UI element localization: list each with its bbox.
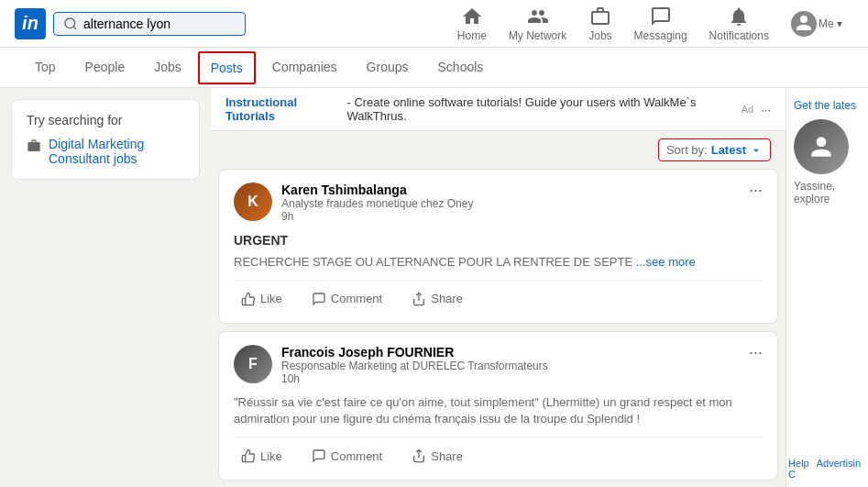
post-time: 10h: [281, 372, 749, 385]
posts-list: K Karen Tshimbalanga Analyste fraudes mo…: [211, 169, 786, 481]
tab-people[interactable]: People: [72, 50, 138, 85]
advertising-link[interactable]: Advertisin: [817, 458, 861, 480]
suggestion-item[interactable]: Digital Marketing Consultant jobs: [27, 137, 184, 166]
post-more-button[interactable]: ···: [749, 181, 763, 200]
sort-label: Sort by:: [666, 143, 708, 157]
see-more-link[interactable]: ...see more: [636, 255, 696, 269]
bell-icon: [728, 6, 750, 28]
nav-home[interactable]: Home: [446, 0, 498, 48]
home-icon: [461, 6, 483, 28]
right-avatar: [794, 119, 849, 174]
nav-me-label: Me ▾: [819, 17, 842, 30]
nav-me[interactable]: Me ▾: [780, 0, 853, 48]
post-actions: Like Comment Share: [234, 280, 763, 310]
bottom-links: About Help C Advertisin: [786, 458, 861, 480]
post-card: F Francois Joseph FOURNIER Responsable M…: [218, 331, 778, 481]
ad-link[interactable]: Instructional Tutorials: [225, 95, 343, 123]
user-icon: [807, 132, 836, 161]
post-body: "Réussir sa vie c'est faire ce qu'on aim…: [234, 394, 763, 427]
svg-point-0: [65, 18, 75, 28]
nav-notifications-label: Notifications: [709, 29, 769, 42]
post-text: RECHERCHE STAGE OU ALTERNANCE POUR LA RE…: [234, 255, 632, 269]
network-icon: [527, 6, 549, 28]
tab-top[interactable]: Top: [22, 50, 69, 85]
avatar-initials: F: [248, 356, 258, 372]
like-button[interactable]: Like: [234, 288, 290, 310]
user-icon: [793, 12, 815, 34]
ad-label: Ad: [742, 104, 753, 115]
post-meta: Francois Joseph FOURNIER Responsable Mar…: [281, 345, 749, 385]
svg-line-1: [73, 27, 76, 29]
post-author-name: Karen Tshimbalanga: [281, 183, 749, 197]
post-body: URGENT RECHERCHE STAGE OU ALTERNANCE POU…: [234, 232, 763, 271]
chevron-down-icon: [750, 144, 763, 157]
search-input[interactable]: [83, 17, 236, 31]
search-bar[interactable]: [53, 12, 246, 36]
post-more-button[interactable]: ···: [749, 343, 763, 362]
logo-text: in: [22, 13, 38, 34]
right-user-name: Yassine, explore: [794, 180, 861, 205]
post-time: 9h: [281, 210, 749, 223]
comment-icon: [312, 292, 326, 306]
share-button[interactable]: Share: [404, 445, 470, 467]
nav-network[interactable]: My Network: [498, 0, 577, 48]
tab-schools[interactable]: Schools: [425, 50, 497, 85]
comment-label: Comment: [331, 292, 382, 305]
nav-items: Home My Network Jobs Messaging Notificat…: [446, 0, 853, 48]
svg-point-5: [817, 137, 827, 147]
sort-bar: Sort by: Latest: [211, 131, 786, 169]
share-label: Share: [431, 292, 463, 305]
svg-point-2: [800, 16, 808, 23]
like-icon: [241, 448, 256, 463]
tab-posts[interactable]: Posts: [198, 51, 256, 84]
comment-button[interactable]: Comment: [304, 288, 390, 310]
suggestions-title: Try searching for: [27, 113, 184, 127]
post-meta: Karen Tshimbalanga Analyste fraudes mone…: [281, 183, 749, 223]
comment-button[interactable]: Comment: [304, 445, 390, 467]
share-button[interactable]: Share: [404, 288, 470, 310]
right-panel: Get the lates Yassine, explore About Hel…: [786, 88, 868, 487]
main-layout: Try searching for Digital Marketing Cons…: [0, 88, 868, 487]
nav-jobs-label: Jobs: [588, 29, 611, 42]
like-button[interactable]: Like: [234, 445, 290, 467]
tab-jobs[interactable]: Jobs: [141, 50, 194, 85]
like-label: Like: [260, 292, 282, 305]
sort-value: Latest: [711, 143, 746, 157]
post-actions: Like Comment Share: [234, 437, 763, 467]
share-label: Share: [431, 449, 463, 463]
post-body-text: RECHERCHE STAGE OU ALTERNANCE POUR LA RE…: [234, 254, 763, 271]
post-avatar: K: [234, 183, 272, 221]
messaging-icon: [650, 6, 672, 28]
post-header: F Francois Joseph FOURNIER Responsable M…: [234, 345, 763, 385]
nav-messaging[interactable]: Messaging: [623, 0, 698, 48]
right-teaser: Get the lates: [794, 99, 861, 112]
ad-more-button[interactable]: ···: [761, 103, 771, 116]
share-icon: [412, 448, 426, 463]
linkedin-logo[interactable]: in: [15, 8, 46, 39]
avatar: [791, 11, 817, 37]
post-header: K Karen Tshimbalanga Analyste fraudes mo…: [234, 183, 763, 223]
top-navigation: in Home My Network Jobs Messaging: [0, 0, 868, 48]
share-icon: [412, 292, 426, 306]
avatar-initials: K: [247, 194, 258, 210]
left-panel: Try searching for Digital Marketing Cons…: [0, 88, 211, 487]
jobs-icon: [589, 6, 611, 28]
comment-icon: [312, 448, 326, 463]
search-icon: [63, 17, 78, 31]
tab-companies[interactable]: Companies: [259, 50, 350, 85]
sort-selector[interactable]: Sort by: Latest: [658, 138, 771, 161]
ad-text: - Create online software tutorials! Guid…: [346, 95, 737, 123]
post-avatar: F: [234, 345, 272, 383]
tab-groups[interactable]: Groups: [354, 50, 422, 85]
comment-label: Comment: [331, 449, 382, 463]
filter-tabs: Top People Jobs Posts Companies Groups S…: [0, 48, 868, 88]
nav-notifications[interactable]: Notifications: [698, 0, 780, 48]
post-urgent-label: URGENT: [234, 232, 763, 250]
ad-banner: Instructional Tutorials - Create online …: [211, 88, 786, 131]
help-link[interactable]: Help C: [788, 458, 809, 480]
center-feed: Instructional Tutorials - Create online …: [211, 88, 786, 487]
post-author-subtitle: Analyste fraudes monetique chez Oney: [281, 197, 749, 210]
post-author-name: Francois Joseph FOURNIER: [281, 345, 749, 360]
nav-jobs[interactable]: Jobs: [577, 0, 622, 48]
like-icon: [241, 292, 256, 306]
